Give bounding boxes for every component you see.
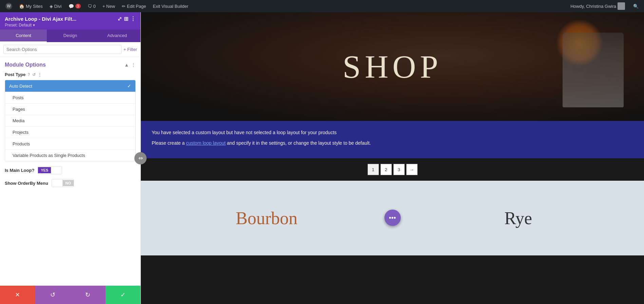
notice-prefix: Please create a: [152, 140, 186, 146]
cancel-button[interactable]: ✕: [0, 286, 35, 304]
next-page-button[interactable]: →: [406, 164, 418, 175]
dropdown-item-products[interactable]: Products: [5, 138, 135, 149]
divi-icon: ◈: [50, 4, 53, 9]
edit-icon: ✏: [122, 4, 126, 9]
panel-header: Archive Loop - Divi Ajax Filt... ⤢ ⊞ ⋮ P…: [0, 12, 140, 30]
save-button[interactable]: ✓: [106, 286, 141, 304]
show-orderby-label: Show OrderBy Menu: [5, 181, 48, 186]
exit-builder-button[interactable]: Exit Visual Builder: [150, 0, 191, 12]
undo-icon: ↺: [50, 291, 55, 299]
home-icon: 🏠: [19, 4, 24, 9]
howdy-button[interactable]: Howdy, Christina Gwira: [568, 0, 628, 12]
fullscreen-icon[interactable]: ⤢: [117, 16, 122, 22]
search-button[interactable]: 🔍: [630, 0, 641, 12]
dropdown-item-projects[interactable]: Projects: [5, 126, 135, 138]
filter-button[interactable]: + Filter: [124, 47, 137, 52]
avatar: [618, 2, 625, 10]
module-options-header: Module Options ▲ ⋮: [5, 62, 136, 68]
redo-button[interactable]: ↻: [70, 286, 106, 304]
tab-content-label: Content: [16, 33, 31, 38]
howdy-label: Howdy, Christina Gwira: [570, 4, 616, 9]
search-input[interactable]: [3, 45, 121, 54]
shop-hero: SHOP: [141, 12, 644, 121]
tabs-bar: Content Design Advanced: [0, 30, 140, 42]
toggle-thumb: [51, 166, 62, 174]
shop-title: SHOP: [343, 48, 442, 86]
show-orderby-row: Show OrderBy Menu NO: [5, 179, 136, 187]
notice-line1: You have selected a custom layout but ha…: [152, 129, 633, 136]
preset-selector[interactable]: Preset: Default ▾: [5, 23, 136, 28]
tab-design[interactable]: Design: [47, 30, 94, 42]
edit-page-button[interactable]: ✏ Edit Page: [119, 0, 149, 12]
product-title-bourbon: Bourbon: [236, 208, 298, 228]
dropdown-item-posts[interactable]: Posts: [5, 92, 135, 103]
is-main-loop-row: Is Main Loop? YES: [5, 166, 136, 174]
preset-label: Preset: Default ▾: [5, 23, 35, 28]
divi-button[interactable]: ◈ Divi: [47, 0, 64, 12]
comments-icon: 💬: [69, 4, 74, 9]
more-icon[interactable]: ⋮: [130, 16, 136, 22]
exit-builder-label: Exit Visual Builder: [153, 4, 188, 9]
tab-advanced[interactable]: Advanced: [94, 30, 140, 42]
next-icon: →: [410, 167, 414, 172]
post-type-field: Post Type ? ↺ ⋮ Auto Detect ✓ Posts Pag: [5, 72, 136, 161]
notice-line2: Please create a custom loop layout and s…: [152, 140, 633, 147]
help-icon[interactable]: ?: [27, 72, 30, 77]
bottom-action-bar: ✕ ↺ ↻ ✓: [0, 286, 140, 304]
show-orderby-toggle[interactable]: NO: [52, 179, 74, 187]
toggle-off-thumb: [52, 179, 63, 187]
tab-content[interactable]: Content: [0, 30, 47, 42]
divi-label: Divi: [54, 4, 62, 9]
more-options-icon[interactable]: ⋮: [38, 72, 42, 77]
fab-button[interactable]: •••: [384, 210, 401, 226]
product-card-bourbon[interactable]: Bourbon: [141, 181, 393, 255]
edit-page-label: Edit Page: [127, 4, 146, 9]
new-label: + New: [102, 4, 115, 9]
toggle-yes-label: YES: [38, 167, 51, 173]
arrow-icon: ⇔: [138, 155, 143, 161]
wp-admin-bar: W 🏠 My Sites ◈ Divi 💬 3 🗨 0 + New ✏ Edit…: [0, 0, 644, 12]
grid-icon[interactable]: ⊞: [124, 16, 128, 22]
tab-design-label: Design: [63, 33, 77, 38]
post-type-dropdown: Auto Detect ✓ Posts Pages Media Projects: [5, 80, 136, 161]
comments-button[interactable]: 💬 3: [66, 0, 83, 12]
settings-panel: Archive Loop - Divi Ajax Filt... ⤢ ⊞ ⋮ P…: [0, 12, 141, 304]
canvas: SHOP You have selected a custom layout b…: [141, 12, 644, 304]
selected-value: Auto Detect: [9, 84, 32, 89]
post-type-label: Post Type: [5, 72, 25, 77]
page-1-button[interactable]: 1: [367, 164, 379, 175]
new-button[interactable]: + New: [100, 0, 118, 12]
panel-title-text: Archive Loop - Divi Ajax Filt...: [5, 16, 76, 22]
save-icon: ✓: [120, 291, 126, 299]
undo-button[interactable]: ↺: [35, 286, 71, 304]
panel-content: Module Options ▲ ⋮ Post Type ? ↺ ⋮ Auto: [0, 57, 140, 286]
my-sites-button[interactable]: 🏠 My Sites: [16, 0, 45, 12]
redo-icon: ↻: [85, 291, 90, 299]
section-title: Module Options: [5, 62, 46, 68]
dropdown-item-pages[interactable]: Pages: [5, 103, 135, 115]
product-title-rye: Rye: [504, 208, 532, 228]
page-2-button[interactable]: 2: [380, 164, 392, 175]
collapse-icon[interactable]: ▲: [124, 62, 129, 68]
bubbles-icon: 🗨: [88, 4, 92, 9]
dropdown-selected-option[interactable]: Auto Detect ✓: [5, 80, 135, 92]
is-main-loop-toggle[interactable]: YES: [38, 166, 62, 174]
fab-dots-icon: •••: [389, 214, 396, 222]
wp-logo-button[interactable]: W: [3, 0, 15, 12]
canvas-background: SHOP You have selected a custom layout b…: [141, 12, 644, 304]
bubbles-button[interactable]: 🗨 0: [85, 0, 98, 12]
custom-loop-layout-link[interactable]: custom loop layout: [186, 140, 226, 146]
dropdown-item-media[interactable]: Media: [5, 115, 135, 126]
my-sites-label: My Sites: [26, 4, 43, 9]
cancel-icon: ✕: [15, 291, 20, 299]
page-3-button[interactable]: 3: [393, 164, 405, 175]
product-card-rye[interactable]: Rye: [393, 181, 644, 255]
panel-collapse-arrow[interactable]: ⇔: [134, 152, 147, 164]
dropdown-item-variable-products[interactable]: Variable Products as Single Products: [5, 149, 135, 161]
search-icon: 🔍: [633, 4, 639, 9]
wordpress-icon: W: [5, 3, 12, 10]
section-more-icon[interactable]: ⋮: [131, 62, 136, 68]
reset-icon[interactable]: ↺: [32, 72, 36, 77]
filter-label: + Filter: [124, 47, 137, 52]
notice-banner: You have selected a custom layout but ha…: [141, 121, 644, 158]
